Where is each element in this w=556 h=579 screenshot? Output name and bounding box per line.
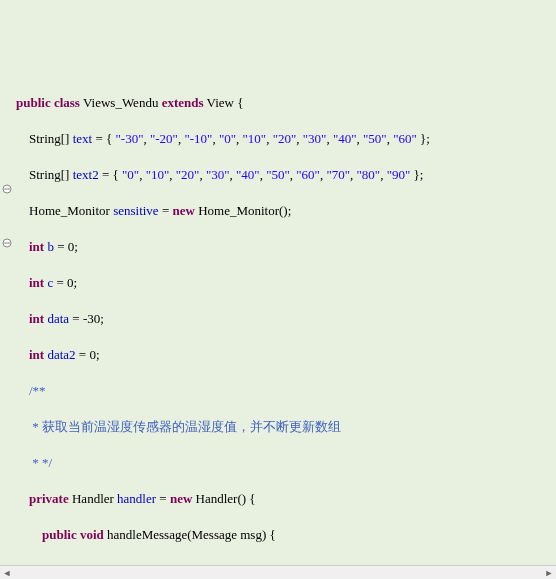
code-line[interactable]: int c = 0; xyxy=(16,274,556,292)
code-line[interactable]: int data = -30; xyxy=(16,310,556,328)
code-editor: public class Views_Wendu extends View { … xyxy=(0,0,556,579)
code-area[interactable]: public class Views_Wendu extends View { … xyxy=(14,76,556,579)
fold-toggle-icon[interactable] xyxy=(2,148,12,158)
code-line[interactable]: /** xyxy=(16,382,556,400)
code-line[interactable]: * */ xyxy=(16,454,556,472)
horizontal-scrollbar[interactable]: ◄ ► xyxy=(0,565,556,579)
scroll-left-icon[interactable]: ◄ xyxy=(0,566,14,579)
code-line[interactable]: public class Views_Wendu extends View { xyxy=(16,94,556,112)
code-line[interactable]: String[] text = { "-30", "-20", "-10", "… xyxy=(16,130,556,148)
scroll-right-icon[interactable]: ► xyxy=(542,566,556,579)
fold-toggle-icon[interactable] xyxy=(2,202,12,212)
code-line[interactable]: Home_Monitor sensitive = new Home_Monito… xyxy=(16,202,556,220)
code-line[interactable]: * 获取当前温湿度传感器的温湿度值，并不断更新数组 xyxy=(16,418,556,436)
code-line[interactable]: public void handleMessage(Message msg) { xyxy=(16,526,556,544)
code-line[interactable]: private Handler handler = new Handler() … xyxy=(16,490,556,508)
code-line[interactable]: int data2 = 0; xyxy=(16,346,556,364)
code-line[interactable]: int b = 0; xyxy=(16,238,556,256)
gutter xyxy=(0,0,14,579)
code-line[interactable]: String[] text2 = { "0", "10", "20", "30"… xyxy=(16,166,556,184)
